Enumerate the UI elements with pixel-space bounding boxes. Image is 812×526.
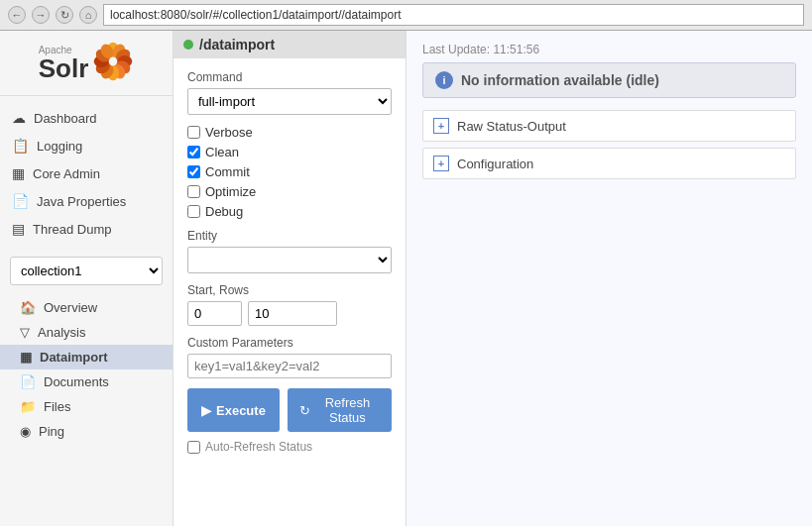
reload-button[interactable]: ↻ xyxy=(56,6,73,24)
raw-status-expand-icon: + xyxy=(433,118,449,134)
debug-checkbox[interactable] xyxy=(187,205,200,218)
status-panel: Last Update: 11:51:56 i No information a… xyxy=(406,31,812,526)
command-label: Command xyxy=(187,70,392,84)
debug-label[interactable]: Debug xyxy=(205,204,243,219)
command-group: Command full-import delta-import status … xyxy=(187,70,392,115)
button-row: ▶ Execute ↻ Refresh Status xyxy=(187,388,392,432)
solr-logo-icon xyxy=(92,41,134,85)
optimize-checkbox[interactable] xyxy=(187,185,200,198)
start-input[interactable] xyxy=(187,301,242,326)
configuration-label: Configuration xyxy=(457,157,533,171)
info-icon: i xyxy=(435,71,453,89)
entity-label: Entity xyxy=(187,229,392,243)
sidebar-item-core-admin[interactable]: ▦ Core Admin xyxy=(0,159,173,187)
app-container: Apache Solr xyxy=(0,31,812,526)
ping-label: Ping xyxy=(39,424,64,439)
sidebar-item-logging[interactable]: 📋 Logging xyxy=(0,132,173,159)
java-props-label: Java Properties xyxy=(37,194,126,209)
sidebar: Apache Solr xyxy=(0,31,174,526)
sidebar-item-java-properties[interactable]: 📄 Java Properties xyxy=(0,187,173,215)
logging-label: Logging xyxy=(37,139,82,154)
status-dot xyxy=(183,40,193,50)
start-rows-label: Start, Rows xyxy=(187,283,392,297)
documents-icon: 📄 xyxy=(20,374,36,389)
sub-nav-ping[interactable]: ◉ Ping xyxy=(0,419,173,444)
sidebar-item-thread-dump[interactable]: ▤ Thread Dump xyxy=(0,215,173,243)
overview-icon: 🏠 xyxy=(20,300,36,315)
debug-row: Debug xyxy=(187,204,392,219)
custom-params-input[interactable] xyxy=(187,354,392,378)
ping-icon: ◉ xyxy=(20,424,31,439)
java-props-icon: 📄 xyxy=(12,193,29,209)
entity-select[interactable] xyxy=(187,247,392,273)
auto-refresh-label[interactable]: Auto-Refresh Status xyxy=(205,440,312,454)
sidebar-item-dashboard[interactable]: ☁ Dashboard xyxy=(0,104,173,132)
documents-label: Documents xyxy=(44,374,109,389)
thread-dump-label: Thread Dump xyxy=(33,222,111,237)
commit-checkbox[interactable] xyxy=(187,165,200,178)
refresh-icon: ↻ xyxy=(299,403,310,418)
dataimport-panel: /dataimport Command full-import delta-im… xyxy=(174,31,406,526)
execute-label: Execute xyxy=(216,403,266,418)
auto-refresh-row: Auto-Refresh Status xyxy=(187,440,392,454)
sub-nav: 🏠 Overview ▽ Analysis ▦ Dataimport 📄 Doc… xyxy=(0,291,173,448)
back-button[interactable]: ← xyxy=(8,6,26,24)
sub-nav-overview[interactable]: 🏠 Overview xyxy=(0,295,173,320)
thread-dump-icon: ▤ xyxy=(12,221,25,237)
execute-icon: ▶ xyxy=(201,403,211,418)
rows-input[interactable] xyxy=(248,301,337,326)
configuration-expand-icon: + xyxy=(433,156,449,171)
raw-status-section: + Raw Status-Output xyxy=(422,110,796,142)
verbose-checkbox[interactable] xyxy=(187,126,200,139)
core-admin-label: Core Admin xyxy=(33,166,100,181)
raw-status-header[interactable]: + Raw Status-Output xyxy=(423,111,795,141)
dashboard-icon: ☁ xyxy=(12,110,26,126)
nav-items: ☁ Dashboard 📋 Logging ▦ Core Admin 📄 Jav… xyxy=(0,96,173,251)
custom-params-label: Custom Parameters xyxy=(187,336,392,350)
configuration-header[interactable]: + Configuration xyxy=(423,149,795,178)
logo-area: Apache Solr xyxy=(0,31,173,96)
commit-label[interactable]: Commit xyxy=(205,164,250,179)
command-select[interactable]: full-import delta-import status reload-c… xyxy=(187,88,392,115)
sub-nav-analysis[interactable]: ▽ Analysis xyxy=(0,320,173,345)
home-button[interactable]: ⌂ xyxy=(79,6,97,24)
start-rows-group: Start, Rows xyxy=(187,283,392,326)
address-bar[interactable] xyxy=(103,4,804,26)
panel-header: /dataimport xyxy=(174,31,406,58)
status-header: Last Update: 11:51:56 xyxy=(422,43,796,56)
logging-icon: 📋 xyxy=(12,138,29,154)
entity-group: Entity xyxy=(187,229,392,273)
collection-selector[interactable]: collection1 xyxy=(10,257,163,285)
dataimport-icon: ▦ xyxy=(20,350,32,365)
files-label: Files xyxy=(44,399,70,414)
sub-nav-dataimport[interactable]: ▦ Dataimport xyxy=(0,345,173,369)
verbose-row: Verbose xyxy=(187,125,392,140)
forward-button[interactable]: → xyxy=(32,6,50,24)
collection-select[interactable]: collection1 xyxy=(11,258,162,284)
sub-nav-documents[interactable]: 📄 Documents xyxy=(0,369,173,394)
analysis-label: Analysis xyxy=(38,325,85,340)
auto-refresh-checkbox[interactable] xyxy=(187,441,200,454)
verbose-label[interactable]: Verbose xyxy=(205,125,253,140)
overview-label: Overview xyxy=(44,300,97,315)
analysis-icon: ▽ xyxy=(20,325,30,340)
execute-button[interactable]: ▶ Execute xyxy=(187,388,280,432)
dashboard-label: Dashboard xyxy=(34,111,97,126)
optimize-row: Optimize xyxy=(187,184,392,199)
clean-label[interactable]: Clean xyxy=(205,145,239,159)
dataimport-label: Dataimport xyxy=(40,350,108,365)
start-rows-inputs xyxy=(187,301,392,326)
clean-row: Clean xyxy=(187,145,392,159)
clean-checkbox[interactable] xyxy=(187,146,200,158)
files-icon: 📁 xyxy=(20,399,36,414)
refresh-status-button[interactable]: ↻ Refresh Status xyxy=(288,388,392,432)
commit-row: Commit xyxy=(187,164,392,179)
sub-nav-files[interactable]: 📁 Files xyxy=(0,394,173,419)
raw-status-label: Raw Status-Output xyxy=(457,119,566,134)
core-admin-icon: ▦ xyxy=(12,165,25,181)
configuration-section: + Configuration xyxy=(422,148,796,179)
optimize-label[interactable]: Optimize xyxy=(205,184,256,199)
content-area: /dataimport Command full-import delta-im… xyxy=(174,31,812,526)
custom-params-group: Custom Parameters xyxy=(187,336,392,378)
browser-chrome: ← → ↻ ⌂ xyxy=(0,0,812,31)
